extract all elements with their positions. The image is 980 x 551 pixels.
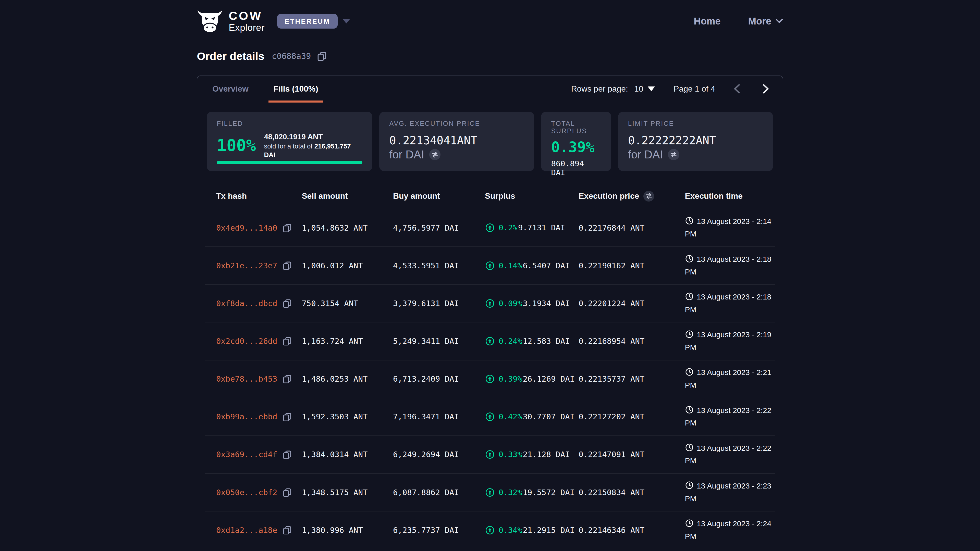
total-surplus-percent: 0.39% [551,140,601,156]
copy-tx-hash-button[interactable] [283,375,291,383]
rows-per-page-label: Rows per page: [571,84,628,94]
copy-tx-hash-button[interactable] [283,261,291,270]
filled-progress-fill [217,161,363,164]
clock-icon [685,368,694,380]
invert-price-button[interactable] [668,149,679,160]
tx-hash-link[interactable]: 0x050e...cbf2 [216,488,277,497]
execution-time-cell: 13 August 2023 - 2:21PM [685,367,773,391]
avg-execution-price-label: AVG. EXECUTION PRICE [389,120,524,127]
execution-price-cell: 0.22176844 ANT [579,224,685,232]
execution-price-cell: 0.22135737 ANT [579,375,685,383]
copy-tx-hash-button[interactable] [283,337,291,345]
execution-time-cell: 13 August 2023 - 2:22PM [685,405,773,429]
total-surplus-amount: 860.894 DAI [551,159,601,177]
chevron-right-icon [759,83,772,95]
execution-price-cell: 0.22127202 ANT [579,412,685,421]
clock-icon [685,216,694,228]
filled-amount: 48,020.1919 ANT [264,132,362,142]
surplus-percent: 0.33% [499,450,522,459]
surplus-percent: 0.42% [499,412,522,421]
copy-tx-hash-button[interactable] [283,450,291,459]
execution-time-cell: 13 August 2023 - 2:24PM [685,518,773,542]
table-row: 0xb99a...ebbd 1,592.3503 ANT 7,196.3471 … [205,398,775,436]
copy-icon [283,488,291,497]
surplus-cell: 0.09% 3.1934 DAI [485,299,579,308]
tab-fills[interactable]: Fills (100%) [269,76,323,102]
sell-amount-cell: 1,054.8632 ANT [302,224,393,232]
copy-icon [283,337,291,345]
surplus-up-icon [485,374,495,384]
swap-icon [431,151,438,158]
nav-home[interactable]: Home [694,16,721,27]
tab-bar: Overview Fills (100%) [207,76,323,102]
clock-icon [685,481,694,493]
tx-hash-link[interactable]: 0x2cd0...26dd [216,337,277,346]
copy-tx-hash-button[interactable] [283,526,291,534]
network-caret-icon[interactable] [343,19,350,24]
table-row: 0xb21e...23e7 1,006.012 ANT 4,533.5951 D… [205,247,775,285]
filled-percent: 100% [217,138,256,154]
surplus-amount: 19.5572 DAI [523,488,574,497]
clock-icon [685,519,694,531]
buy-amount-cell: 4,533.5951 DAI [393,261,485,270]
cow-head-icon [197,10,223,33]
invert-execution-price-button[interactable] [643,191,654,202]
surplus-percent: 0.14% [499,261,522,270]
surplus-percent: 0.32% [499,488,522,497]
copy-order-id-button[interactable] [317,52,327,61]
rows-per-page-select[interactable]: 10 [634,84,655,94]
copy-icon [317,52,327,61]
tx-hash-link[interactable]: 0xd1a2...a18e [216,526,277,535]
surplus-cell: 0.24% 12.583 DAI [485,336,579,346]
tx-hash-link[interactable]: 0xb21e...23e7 [216,261,277,270]
summary-cards: FILLED 100% 48,020.1919 ANT sold for a t… [197,102,783,179]
buy-amount-cell: 7,196.3471 DAI [393,412,485,421]
tx-hash-link[interactable]: 0xf8da...dbcd [216,299,277,308]
logo-subtitle: Explorer [229,23,265,33]
surplus-up-icon [485,487,495,497]
network-badge[interactable]: ETHEREUM [277,14,338,29]
buy-amount-cell: 4,756.5977 DAI [393,224,485,232]
tab-overview[interactable]: Overview [207,76,254,102]
tx-hash-link[interactable]: 0x4ed9...14a0 [216,224,277,232]
invert-price-button[interactable] [429,149,441,160]
copy-tx-hash-button[interactable] [283,224,291,232]
cow-explorer-page: COW Explorer ETHEREUM Home More Order de… [0,0,980,551]
buy-amount-cell: 6,235.7737 DAI [393,526,485,535]
filled-sold-total: sold for a total of 216,951.757 DAI [264,142,362,159]
surplus-amount: 21.128 DAI [523,450,570,459]
copy-tx-hash-button[interactable] [283,299,291,308]
surplus-up-icon [485,223,495,233]
pagination: Rows per page: 10 Page 1 of 4 [571,76,772,102]
previous-page-button[interactable] [732,83,743,95]
surplus-amount: 26.1269 DAI [523,375,574,383]
surplus-amount: 21.2915 DAI [523,526,574,535]
next-page-button[interactable] [759,83,772,95]
cow-explorer-logo[interactable]: COW Explorer [197,10,265,33]
surplus-up-icon [485,525,495,535]
limit-price-unit: for DAI [628,148,663,162]
clock-icon [685,443,694,455]
tx-hash-link[interactable]: 0xbe78...b453 [216,375,277,383]
fills-table-body: 0x4ed9...14a0 1,054.8632 ANT 4,756.5977 … [205,209,775,549]
limit-price-label: LIMIT PRICE [628,120,763,127]
swap-icon [670,151,677,158]
copy-icon [283,450,291,459]
sell-amount-cell: 1,006.012 ANT [302,261,393,270]
avg-execution-price-unit: for DAI [389,148,424,162]
table-row: 0xf8da...dbcd 750.3154 ANT 3,379.6131 DA… [205,285,775,322]
execution-time-cell: 13 August 2023 - 2:23PM [685,480,773,505]
copy-icon [283,299,291,308]
tx-hash-link[interactable]: 0xb99a...ebbd [216,412,277,421]
tx-hash-link[interactable]: 0x3a69...cd4f [216,450,277,459]
surplus-amount: 9.7131 DAI [518,223,565,232]
copy-tx-hash-button[interactable] [283,413,291,421]
execution-price-cell: 0.22146346 ANT [579,526,685,535]
copy-tx-hash-button[interactable] [283,488,291,497]
nav-more[interactable]: More [748,16,783,27]
sell-amount-cell: 1,486.0253 ANT [302,375,393,383]
filled-card: FILLED 100% 48,020.1919 ANT sold for a t… [207,112,372,171]
col-header-execution-price: Execution price [579,191,685,202]
surplus-cell: 0.33% 21.128 DAI [485,449,579,459]
sell-amount-cell: 1,380.996 ANT [302,526,393,535]
